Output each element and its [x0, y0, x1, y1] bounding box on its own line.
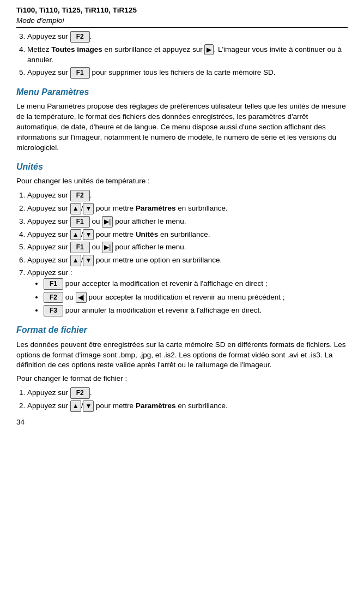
key-f2-f1: F2	[70, 387, 90, 399]
header: Ti100, Ti110, Ti125, TiR110, TiR125 Mode…	[16, 5, 348, 28]
unites-step-5: Appuyez sur F1 ou ▶| pour afficher le me…	[27, 242, 348, 253]
key-f3-b3: F3	[44, 305, 63, 316]
section-unites: Unités Pour changer les unités de tempér…	[16, 161, 348, 316]
parametres-bold-u2: Paramètres	[136, 204, 176, 212]
section-format-heading: Format de fichier	[16, 324, 348, 336]
key-f1-step5: F1	[70, 67, 90, 79]
header-title: Ti100, Ti110, Ti125, TiR110, TiR125	[16, 6, 137, 14]
header-subtitle: Mode d'emploi	[16, 16, 64, 25]
unites-step-6: Appuyez sur ▲/▼ pour mettre une option e…	[27, 255, 348, 266]
unites-step-3: Appuyez sur F1 ou ▶| pour afficher le me…	[27, 216, 348, 228]
back-icon-b2: ◀|	[76, 292, 87, 303]
down-icon-u4: ▼	[83, 229, 94, 241]
enter-icon-u3: ▶|	[102, 216, 113, 228]
section-unites-intro: Pour changer les unités de température :	[16, 176, 348, 187]
section-parametres: Menu Paramètres Le menu Paramètres propo…	[16, 86, 348, 153]
page-number: 34	[16, 417, 348, 428]
key-f2-u1: F2	[70, 190, 90, 201]
format-step-1: Appuyez sur F2.	[27, 387, 348, 399]
step-3: Appuyez sur F2.	[27, 31, 348, 43]
format-step-2: Appuyez sur ▲/▼ pour mettre Paramètres e…	[27, 400, 348, 412]
unites-step-4: Appuyez sur ▲/▼ pour mettre Unités en su…	[27, 229, 348, 241]
unites-step-2: Appuyez sur ▲/▼ pour mettre Paramètres e…	[27, 203, 348, 214]
parametres-bold-f2: Paramètres	[136, 402, 176, 410]
key-f2-b2: F2	[44, 292, 63, 303]
unites-step-1: Appuyez sur F2.	[27, 190, 348, 201]
down-icon-u2: ▼	[83, 203, 94, 214]
unites-step-7: Appuyez sur : F1 pour accepter la modifi…	[27, 268, 348, 316]
down-icon-f2: ▼	[83, 400, 94, 412]
key-f1-b1: F1	[44, 278, 63, 290]
section-format: Format de fichier Les données peuvent êt…	[16, 324, 348, 412]
up-icon-u2: ▲	[70, 203, 81, 214]
unites-bullets: F1 pour accepter la modification et reve…	[44, 278, 348, 316]
intro-steps: Appuyez sur F2. Mettez Toutes images en …	[27, 31, 348, 79]
enter-icon-u5: ▶|	[102, 242, 113, 253]
step-5: Appuyez sur F1 pour supprimer tous les f…	[27, 67, 348, 79]
down-icon-u6: ▼	[83, 255, 94, 266]
format-steps: Appuyez sur F2. Appuyez sur ▲/▼ pour met…	[27, 387, 348, 412]
up-icon-f2: ▲	[70, 400, 81, 412]
section-parametres-heading: Menu Paramètres	[16, 86, 348, 98]
bullet-f2: F2 ou ◀| pour accepter la modification e…	[44, 292, 348, 303]
key-f1-u3: F1	[70, 216, 90, 228]
bullet-f3: F3 pour annuler la modification et reven…	[44, 305, 348, 316]
unites-bold-u4: Unités	[136, 230, 158, 238]
section-format-body1: Les données peuvent être enregistrées su…	[16, 340, 348, 371]
step-4: Mettez Toutes images en surbrillance et …	[27, 44, 348, 66]
up-icon-u4: ▲	[70, 229, 81, 241]
unites-steps: Appuyez sur F2. Appuyez sur ▲/▼ pour met…	[27, 190, 348, 316]
bullet-f1: F1 pour accepter la modification et reve…	[44, 278, 348, 290]
step4-bold: Toutes images	[51, 45, 102, 53]
key-f2-step3: F2	[70, 31, 90, 43]
section-format-body2: Pour changer le format de fichier :	[16, 374, 348, 384]
up-icon-u6: ▲	[70, 255, 81, 266]
section-unites-heading: Unités	[16, 161, 348, 173]
key-f1-u5: F1	[70, 242, 90, 253]
play-icon: ▶	[204, 44, 214, 56]
section-parametres-body: Le menu Paramètres propose des réglages …	[16, 101, 348, 153]
